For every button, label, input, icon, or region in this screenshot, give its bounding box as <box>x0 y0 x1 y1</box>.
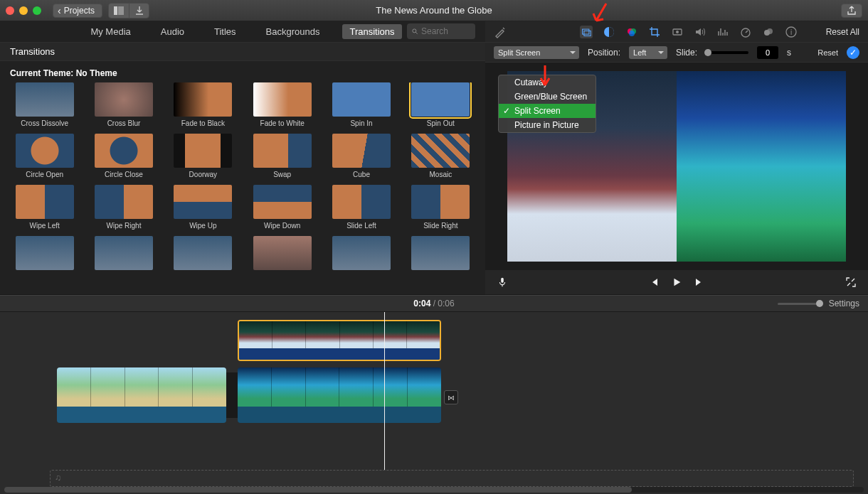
color-correction-icon[interactable] <box>625 26 638 38</box>
transition-circle-open[interactable]: Circle Open <box>10 134 79 181</box>
equalizer-icon[interactable] <box>716 26 729 38</box>
transition-cross-blur[interactable]: Cross Blur <box>89 82 158 129</box>
projects-back-label: Projects <box>64 6 95 16</box>
tab-transitions[interactable]: Transitions <box>342 24 401 39</box>
transition-unnamed[interactable] <box>89 236 158 283</box>
menu-item-picture-in-picture[interactable]: Picture in Picture <box>499 118 596 132</box>
download-button[interactable] <box>129 4 149 18</box>
audio-lane[interactable] <box>50 470 854 487</box>
voiceover-icon[interactable] <box>497 276 508 288</box>
search-field[interactable] <box>407 23 475 39</box>
transition-join[interactable] <box>226 372 238 418</box>
transition-thumb <box>253 185 312 219</box>
timeline-clip-map[interactable] <box>57 367 226 423</box>
transition-fade-to-white[interactable]: Fade to White <box>248 82 317 129</box>
close-window-icon[interactable] <box>6 6 14 15</box>
info-icon[interactable]: i <box>785 26 798 38</box>
prev-frame-icon[interactable] <box>648 276 660 288</box>
transition-label: Fade to Black <box>181 119 225 129</box>
timeline-h-scrollbar[interactable] <box>4 487 864 493</box>
transition-swap[interactable]: Swap <box>248 134 317 181</box>
transition-label: Cross Dissolve <box>21 119 68 129</box>
transition-wipe-left[interactable]: Wipe Left <box>10 185 79 232</box>
fullscreen-icon[interactable] <box>845 276 857 288</box>
transition-slide-right[interactable]: Slide Right <box>406 185 475 232</box>
crop-icon[interactable] <box>648 26 661 38</box>
timeline-clip-waterfall[interactable] <box>238 367 441 423</box>
transition-fade-to-black[interactable]: Fade to Black <box>169 82 238 129</box>
library-view-button[interactable] <box>109 4 129 18</box>
projects-back-button[interactable]: Projects <box>53 4 102 18</box>
transition-unnamed[interactable] <box>327 236 396 283</box>
transition-slide-left[interactable]: Slide Left <box>327 185 396 232</box>
tab-audio[interactable]: Audio <box>154 24 191 39</box>
slide-seconds-field[interactable]: 0 <box>757 46 778 59</box>
transition-cross-dissolve[interactable]: Cross Dissolve <box>10 82 79 129</box>
timeline-header: 0:04 / 0:06 Settings <box>0 295 868 312</box>
transition-unnamed[interactable] <box>169 236 238 283</box>
overlay-icon[interactable] <box>580 26 593 38</box>
transition-thumb <box>411 236 470 270</box>
apply-check-icon[interactable]: ✓ <box>847 46 859 59</box>
transition-label: Mosaic <box>429 171 452 181</box>
transition-wipe-right[interactable]: Wipe Right <box>89 185 158 232</box>
clip-end-transition-icon[interactable]: ⋈ <box>444 390 458 404</box>
tab-backgrounds[interactable]: Backgrounds <box>259 24 327 39</box>
volume-icon[interactable] <box>694 26 706 38</box>
search-input[interactable] <box>421 26 471 36</box>
transition-unnamed[interactable] <box>406 236 475 283</box>
reset-all-button[interactable]: Reset All <box>826 27 859 37</box>
noise-reduction-icon[interactable] <box>762 26 775 38</box>
timeline[interactable]: ⋈ <box>0 312 868 494</box>
subheader: Transitions <box>0 43 485 61</box>
transition-wipe-up[interactable]: Wipe Up <box>169 185 238 232</box>
timeline-clip-overlay[interactable] <box>238 320 441 361</box>
transition-label: Wipe Up <box>189 222 216 232</box>
transition-thumb <box>16 236 74 270</box>
zoom-window-icon[interactable] <box>33 6 41 15</box>
transition-thumb <box>253 236 312 270</box>
position-dropdown[interactable]: Left <box>629 46 667 59</box>
reset-button[interactable]: Reset <box>817 48 838 57</box>
stabilization-icon[interactable] <box>671 26 684 38</box>
overlay-mode-dropdown[interactable]: Split Screen <box>494 46 579 59</box>
svg-rect-1 <box>118 6 124 15</box>
preview-right-half <box>677 71 846 262</box>
transition-thumb <box>174 134 232 168</box>
transition-unnamed[interactable] <box>248 236 317 283</box>
speed-icon[interactable] <box>739 26 752 38</box>
settings-button[interactable]: Settings <box>829 299 859 308</box>
playhead[interactable] <box>384 312 385 473</box>
timecode: 0:04 / 0:06 <box>413 299 454 308</box>
magic-wand-icon[interactable] <box>494 26 507 38</box>
svg-text:i: i <box>790 28 792 36</box>
minimize-window-icon[interactable] <box>19 6 28 15</box>
next-frame-icon[interactable] <box>694 276 705 288</box>
color-balance-icon[interactable] <box>603 26 615 38</box>
toolbar-view-segmented <box>108 3 149 18</box>
share-button[interactable] <box>841 4 862 18</box>
transition-circle-close[interactable]: Circle Close <box>89 134 158 181</box>
position-label: Position: <box>588 48 620 58</box>
zoom-slider[interactable] <box>778 303 822 305</box>
menu-item-split-screen[interactable]: Split Screen <box>499 104 596 118</box>
transition-label: Slide Right <box>423 222 457 232</box>
tab-my-media[interactable]: My Media <box>83 24 137 39</box>
transition-cube[interactable]: Cube <box>327 134 396 181</box>
transition-wipe-down[interactable]: Wipe Down <box>248 185 317 232</box>
slide-slider[interactable] <box>706 51 748 54</box>
transition-thumb <box>332 82 391 117</box>
play-icon[interactable] <box>671 276 682 288</box>
transition-doorway[interactable]: Doorway <box>169 134 238 181</box>
menu-item-cutaway[interactable]: Cutaway <box>499 75 596 90</box>
preview-viewer: Cutaway Green/Blue Screen Split Screen P… <box>485 63 868 270</box>
transition-thumb <box>95 236 153 270</box>
transition-spin-in[interactable]: Spin In <box>327 82 396 129</box>
transition-spin-out[interactable]: Spin Out <box>406 82 475 129</box>
menu-item-green-blue-screen[interactable]: Green/Blue Screen <box>499 90 596 104</box>
transition-label: Wipe Left <box>30 222 60 232</box>
transition-thumb <box>174 82 232 117</box>
transition-mosaic[interactable]: Mosaic <box>406 134 475 181</box>
tab-titles[interactable]: Titles <box>207 24 243 39</box>
transition-unnamed[interactable] <box>10 236 79 283</box>
